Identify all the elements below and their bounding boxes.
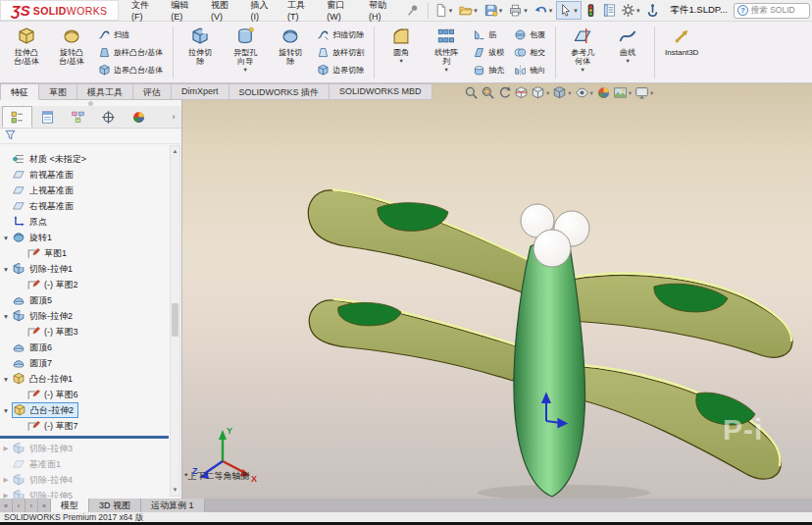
new-document-button[interactable]: ▾ — [431, 1, 457, 20]
tree-item-dome-9[interactable]: 圆顶5 — [0, 292, 171, 308]
filter-funnel-icon[interactable] — [4, 128, 17, 145]
tab-features[interactable]: 特征 — [0, 83, 39, 100]
apply-scene-button[interactable]: ▾ — [613, 85, 633, 100]
zoom-fit-button[interactable] — [464, 85, 479, 100]
print-button[interactable]: ▾ — [506, 1, 532, 20]
dropdown-caret-icon[interactable]: ▾ — [449, 7, 453, 15]
tree-item-cut-extrude-22[interactable]: ▶切除-拉伸5 — [0, 488, 171, 499]
model-dragonfly[interactable] — [181, 83, 812, 499]
tree-item-sketch-11[interactable]: (-) 草图3 — [0, 324, 171, 340]
tab-4[interactable]: DimXpert — [172, 83, 229, 100]
expander-closed-icon[interactable]: ▶ — [0, 492, 12, 499]
expander-open-icon[interactable]: ▼ — [0, 235, 12, 241]
tab-1[interactable]: 草图 — [39, 83, 77, 100]
panel-tab-propertymanager[interactable] — [32, 106, 63, 128]
ribbon-button-boundary-cut[interactable]: 边界切除 — [315, 63, 366, 78]
options-button[interactable]: ▾ — [619, 1, 644, 20]
tree-item-origin-4[interactable]: 原点 — [0, 214, 171, 230]
dropdown-caret-icon[interactable]: ▾ — [627, 58, 630, 64]
ribbon-button-revolve-boss[interactable]: 旋转凸 台/基体 — [49, 24, 94, 81]
expander-open-icon[interactable]: ▼ — [0, 266, 12, 273]
dropdown-caret-icon[interactable]: ▾ — [636, 7, 640, 15]
tree-item-cut-extrude-7[interactable]: ▼切除-拉伸1 — [0, 261, 171, 277]
dropdown-caret-icon[interactable]: ▾ — [499, 7, 503, 15]
scroll-up-icon[interactable]: ▲ — [171, 146, 179, 157]
dropdown-caret-icon[interactable]: ▾ — [574, 7, 578, 15]
ribbon-button-curves[interactable]: 曲线▾ — [605, 24, 650, 81]
bottom-tab-1[interactable]: 3D 视图 — [89, 499, 141, 512]
view-settings-button[interactable]: ▾ — [634, 85, 654, 100]
tree-item-plane-3[interactable]: 右视基准面 — [0, 198, 171, 214]
graphics-area[interactable]: ▾▾▾▾▾ Y X Z *上下二等角轴测 P-i — [181, 83, 812, 499]
ribbon-button-instant3d[interactable]: Instant3D — [659, 24, 704, 81]
section-view-button[interactable] — [514, 85, 529, 100]
pin-icon[interactable] — [406, 3, 421, 19]
ribbon-button-loft-cut[interactable]: 放样切割 — [315, 45, 366, 60]
rollback-bar[interactable] — [0, 436, 169, 439]
tree-item-boss-extrude-16[interactable]: ▼凸台-拉伸2 — [0, 402, 171, 418]
help-search-icon[interactable]: ? — [737, 5, 748, 16]
dropdown-caret-icon[interactable]: ▾ — [474, 7, 478, 15]
scroll-thumb[interactable] — [172, 303, 178, 337]
zoom-area-button[interactable] — [481, 85, 495, 100]
ribbon-button-sweep[interactable]: 扫描 — [96, 27, 165, 42]
ribbon-button-mirror[interactable]: 镜向 — [512, 63, 547, 78]
ribbon-button-boundary[interactable]: 边界凸台/基体 — [96, 63, 165, 78]
tree-item-sketch-8[interactable]: (-) 草图2 — [0, 277, 171, 292]
ribbon-button-intersect[interactable]: 相交 — [512, 45, 547, 60]
ribbon-button-extrude-cut[interactable]: 拉伸切 除 — [178, 24, 223, 81]
save-button[interactable]: ▾ — [482, 1, 507, 20]
edit-appearance-button[interactable] — [596, 85, 611, 100]
bottom-tab-0[interactable]: 模型 — [51, 499, 89, 512]
ribbon-button-draft[interactable]: 拔模 — [471, 45, 506, 60]
tree-item-revolve-5[interactable]: ▼旋转1 — [0, 230, 171, 245]
selected-feature[interactable]: 凸台-拉伸2 — [12, 402, 78, 418]
ribbon-button-revolve-cut[interactable]: 旋转切 除 — [268, 24, 313, 81]
search-input[interactable]: ? 搜索 SOLID — [734, 3, 810, 19]
ribbon-button-shell[interactable]: 抽壳 — [471, 63, 506, 78]
expander-open-icon[interactable]: ▼ — [0, 376, 12, 383]
rebuild-button[interactable] — [582, 1, 600, 20]
dropdown-caret-icon[interactable]: ▾ — [568, 89, 571, 97]
previous-view-button[interactable] — [497, 85, 512, 100]
tab-2[interactable]: 模具工具 — [77, 83, 133, 100]
tree-item-sketch-15[interactable]: (-) 草图6 — [0, 387, 171, 402]
study-nav-1-button[interactable]: ‹ — [13, 499, 25, 512]
dropdown-caret-icon[interactable]: ▾ — [629, 89, 632, 97]
tree-item-boss-extrude-14[interactable]: ▼凸台-拉伸1 — [0, 371, 171, 387]
tree-item-plane-2[interactable]: 上视基准面 — [0, 183, 171, 198]
study-nav-3-button[interactable]: » — [38, 499, 51, 512]
ribbon-button-loft[interactable]: 放样凸台/基体 — [96, 45, 165, 60]
dropdown-caret-icon[interactable]: ▾ — [650, 89, 653, 97]
expander-open-icon[interactable]: ▼ — [0, 407, 12, 414]
display-style-button[interactable]: ▾ — [552, 85, 572, 100]
dropdown-caret-icon[interactable]: ▾ — [590, 89, 593, 97]
ribbon-button-linear-pattern[interactable]: 线性阵 列▾ — [424, 24, 469, 81]
bottom-tab-2[interactable]: 运动算例 1 — [141, 499, 205, 512]
open-button[interactable]: ▾ — [456, 1, 482, 20]
dropdown-caret-icon[interactable]: ▾ — [546, 89, 549, 97]
tab-5[interactable]: SOLIDWORKS 插件 — [229, 83, 330, 100]
tree-item-sketch-6[interactable]: 草图1 — [0, 245, 171, 261]
file-properties-button[interactable] — [600, 1, 619, 20]
tab-6[interactable]: SOLIDWORKS MBD — [330, 83, 432, 100]
expander-closed-icon[interactable]: ▶ — [0, 476, 12, 484]
tab-3[interactable]: 评估 — [133, 83, 172, 100]
dropdown-caret-icon[interactable]: ▾ — [549, 7, 553, 15]
panel-tabs-overflow[interactable]: › — [166, 106, 181, 128]
panel-tab-configurationmanager[interactable] — [63, 106, 93, 128]
dropdown-caret-icon[interactable]: ▾ — [244, 67, 247, 73]
tree-item-sketch-17[interactable]: (-) 草图7 — [0, 418, 171, 434]
study-nav-2-button[interactable]: › — [25, 499, 38, 512]
ribbon-button-extrude-boss[interactable]: 拉伸凸 台/基体 — [4, 24, 49, 81]
dropdown-caret-icon[interactable]: ▾ — [400, 58, 403, 64]
tree-item-plane-20[interactable]: 基准面1 — [0, 456, 171, 472]
tree-item-cut-extrude-19[interactable]: ▶切除-拉伸3 — [0, 441, 171, 456]
panel-tab-featuremanager[interactable] — [2, 106, 32, 128]
ribbon-button-wrap[interactable]: 包覆 — [512, 27, 547, 42]
expander-closed-icon[interactable]: ▶ — [0, 445, 12, 452]
ribbon-button-fillet[interactable]: 圆角▾ — [379, 24, 424, 81]
tree-item-dome-12[interactable]: 圆顶6 — [0, 340, 171, 355]
ribbon-button-sweep-cut[interactable]: 扫描切除 — [315, 27, 366, 42]
tree-item-material-0[interactable]: 材质 <未指定> — [0, 151, 171, 167]
